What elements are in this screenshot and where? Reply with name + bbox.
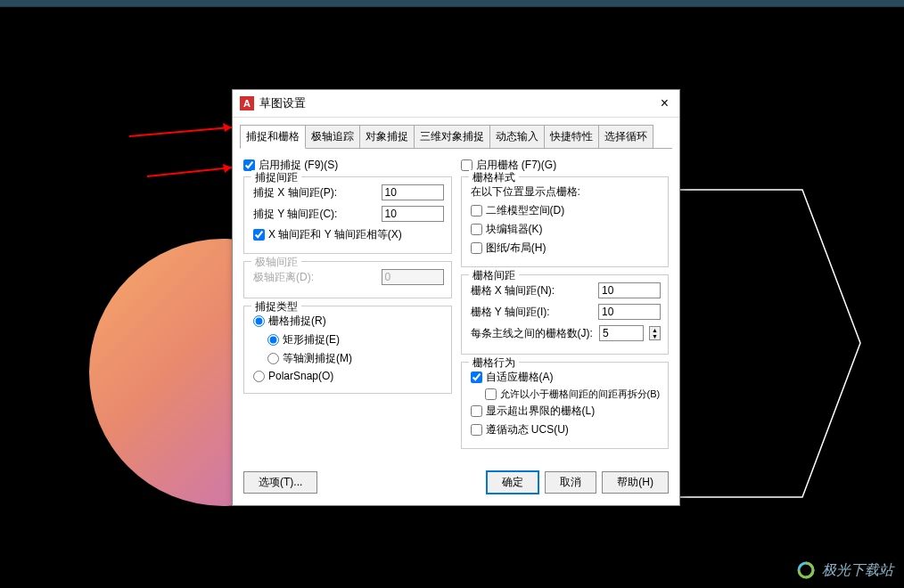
equal-xy-input[interactable] [253, 229, 265, 241]
model-space-checkbox[interactable]: 二维模型空间(D) [471, 203, 662, 218]
polar-snap-radio[interactable]: PolarSnap(O) [253, 370, 444, 382]
spinner-down-icon[interactable]: ▼ [650, 333, 660, 339]
help-button[interactable]: 帮助(H) [602, 471, 669, 494]
grid-spacing-title: 栅格间距 [469, 268, 519, 283]
paper-layout-checkbox[interactable]: 图纸/布局(H) [471, 241, 662, 256]
grid-snap-label: 栅格捕捉(R) [268, 314, 326, 329]
follow-ucs-input[interactable] [471, 424, 482, 436]
snap-y-label: 捕捉 Y 轴间距(C): [253, 207, 376, 222]
grid-y-input[interactable] [598, 304, 661, 320]
subdivide-input[interactable] [485, 388, 497, 400]
tab-3d-object-snap[interactable]: 三维对象捕捉 [414, 125, 490, 148]
polar-snap-label: PolarSnap(O) [268, 370, 333, 382]
beyond-checkbox[interactable]: 显示超出界限的栅格(L) [471, 404, 662, 419]
snap-spacing-title: 捕捉间距 [251, 170, 301, 185]
close-icon[interactable]: × [657, 95, 672, 111]
cancel-button[interactable]: 取消 [545, 471, 596, 494]
tab-polar-tracking[interactable]: 极轴追踪 [305, 125, 360, 148]
model-space-input[interactable] [471, 205, 482, 216]
grid-snap-input[interactable] [253, 315, 265, 327]
ok-button[interactable]: 确定 [486, 470, 539, 494]
beyond-input[interactable] [471, 405, 482, 417]
polar-dist-label: 极轴距离(D): [253, 270, 376, 285]
subdivide-checkbox[interactable]: 允许以小于栅格间距的间距再拆分(B) [485, 388, 662, 400]
follow-ucs-checkbox[interactable]: 遵循动态 UCS(U) [471, 422, 662, 437]
major-line-spinner[interactable]: ▲▼ [649, 326, 661, 340]
grid-x-input[interactable] [598, 282, 661, 298]
tab-strip: 捕捉和栅格 极轴追踪 对象捕捉 三维对象捕捉 动态输入 快捷特性 选择循环 [240, 125, 672, 149]
watermark-logo-icon [795, 559, 817, 581]
equal-xy-checkbox[interactable]: X 轴间距和 Y 轴间距相等(X) [253, 227, 444, 242]
major-line-input[interactable] [599, 325, 644, 341]
tab-object-snap[interactable]: 对象捕捉 [359, 125, 415, 148]
tab-dynamic-input[interactable]: 动态输入 [489, 125, 545, 148]
app-titlebar [0, 0, 904, 7]
grid-style-group: 栅格样式 在以下位置显示点栅格: 二维模型空间(D) 块编辑器(K) 图纸/布局… [461, 176, 670, 267]
subdivide-label: 允许以小于栅格间距的间距再拆分(B) [500, 388, 661, 400]
drafting-settings-dialog: A 草图设置 × 捕捉和栅格 极轴追踪 对象捕捉 三维对象捕捉 动态输入 快捷特… [232, 89, 680, 506]
options-button[interactable]: 选项(T)... [243, 471, 317, 494]
rect-snap-label: 矩形捕捉(E) [283, 332, 340, 347]
snap-x-input[interactable] [382, 184, 444, 200]
snap-type-title: 捕捉类型 [251, 299, 301, 314]
grid-y-label: 栅格 Y 轴间距(I): [471, 305, 594, 320]
tab-selection-cycling[interactable]: 选择循环 [598, 125, 653, 148]
snap-x-label: 捕捉 X 轴间距(P): [253, 185, 376, 200]
polar-spacing-group: 极轴间距 极轴距离(D): [243, 261, 452, 298]
block-editor-label: 块编辑器(K) [486, 222, 543, 237]
dialog-titlebar: A 草图设置 × [233, 90, 679, 118]
tab-snap-grid[interactable]: 捕捉和栅格 [240, 125, 306, 149]
grid-style-title: 栅格样式 [469, 170, 519, 185]
spinner-up-icon[interactable]: ▲ [650, 327, 660, 333]
snap-spacing-group: 捕捉间距 捕捉 X 轴间距(P): 捕捉 Y 轴间距(C): X 轴间距和 Y … [243, 176, 452, 254]
grid-spacing-group: 栅格间距 栅格 X 轴间距(N): 栅格 Y 轴间距(I): 每条主线之间的栅格… [461, 274, 670, 355]
rect-snap-input[interactable] [267, 334, 279, 346]
block-editor-checkbox[interactable]: 块编辑器(K) [471, 222, 662, 237]
paper-layout-label: 图纸/布局(H) [486, 241, 547, 256]
dialog-title: 草图设置 [259, 95, 657, 111]
watermark: 极光下载站 [795, 559, 893, 581]
beyond-label: 显示超出界限的栅格(L) [486, 404, 596, 419]
grid-x-label: 栅格 X 轴间距(N): [471, 283, 594, 298]
iso-snap-radio[interactable]: 等轴测捕捉(M) [267, 351, 444, 366]
block-editor-input[interactable] [471, 224, 482, 235]
polar-spacing-title: 极轴间距 [251, 255, 301, 270]
adaptive-label: 自适应栅格(A) [486, 370, 554, 385]
tab-quick-properties[interactable]: 快捷特性 [544, 125, 599, 148]
snap-type-group: 捕捉类型 栅格捕捉(R) 矩形捕捉(E) 等轴测捕捉(M) [243, 306, 452, 394]
model-space-label: 二维模型空间(D) [486, 203, 565, 218]
adaptive-input[interactable] [471, 372, 482, 383]
polar-snap-input[interactable] [253, 371, 265, 382]
snap-y-input[interactable] [382, 206, 444, 222]
polar-dist-input [382, 269, 444, 285]
grid-behavior-title: 栅格行为 [469, 355, 519, 371]
equal-xy-label: X 轴间距和 Y 轴间距相等(X) [268, 227, 402, 242]
grid-snap-radio[interactable]: 栅格捕捉(R) [253, 314, 444, 329]
paper-layout-input[interactable] [471, 242, 482, 254]
iso-snap-input[interactable] [267, 353, 279, 364]
dialog-buttons: 选项(T)... 确定 取消 帮助(H) [233, 463, 679, 505]
grid-behavior-group: 栅格行为 自适应栅格(A) 允许以小于栅格间距的间距再拆分(B) 显示超出界限的… [461, 362, 670, 449]
app-icon: A [240, 96, 254, 110]
rect-snap-radio[interactable]: 矩形捕捉(E) [267, 332, 444, 347]
watermark-text: 极光下载站 [822, 561, 893, 580]
major-line-label: 每条主线之间的栅格数(J): [471, 326, 595, 341]
grid-style-desc: 在以下位置显示点栅格: [471, 184, 662, 200]
follow-ucs-label: 遵循动态 UCS(U) [486, 422, 569, 437]
adaptive-checkbox[interactable]: 自适应栅格(A) [471, 370, 662, 385]
iso-snap-label: 等轴测捕捉(M) [283, 351, 352, 366]
